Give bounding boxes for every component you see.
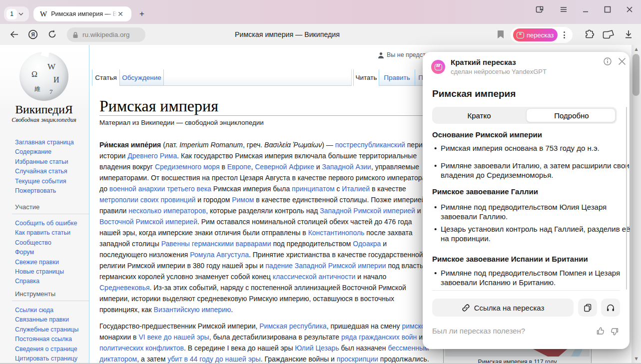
article-link[interactable]: Константинополь (308, 229, 365, 237)
link-to-summary-button[interactable]: Ссылка на пересказ (432, 299, 574, 317)
article-link[interactable]: VI веке до нашей эры (138, 333, 209, 341)
sidebar-link[interactable]: Как править статьи (15, 228, 88, 238)
wiki-tab-read[interactable]: Читать (353, 69, 379, 86)
page-title-omnibox[interactable]: Римская империя — Википедия (220, 30, 355, 38)
retell-capsule: “ пересказ (511, 27, 573, 43)
wikipedia-wordmark[interactable]: ВикипедиЯ (5, 103, 83, 116)
sidebar-link[interactable]: Связанные правки (15, 315, 88, 325)
article-text-line: Государство-предшественник Римской импер… (99, 321, 429, 332)
sidebar-link[interactable]: Сообщество (15, 238, 88, 248)
reload-icon[interactable] (47, 29, 57, 39)
sidebar-link[interactable]: Ссылки сюда (15, 306, 88, 315)
tab-counter[interactable]: 1 (4, 6, 29, 21)
back-icon[interactable] (9, 30, 19, 39)
sidebar-link[interactable]: Постоянная ссылка (15, 335, 88, 344)
maximize-icon[interactable] (604, 5, 612, 13)
sidebar-link[interactable]: Сведения о странице (15, 345, 88, 354)
article-link[interactable]: принципатом (292, 185, 334, 193)
article-link[interactable]: Восточной Римской империей (99, 218, 197, 226)
article-link[interactable]: Византийскую империю (154, 306, 231, 314)
article-text-line: западной столицы Равенны германскими вар… (99, 238, 430, 249)
article-link[interactable]: Юлий Цезарь (295, 344, 339, 352)
extensions-puzzle-icon[interactable] (584, 29, 595, 40)
summary-mode-switch: Кратко Подробно (432, 107, 617, 124)
sidebar-panels-icon[interactable] (603, 29, 615, 40)
minimize-icon[interactable] (582, 5, 590, 13)
panel-divider (432, 290, 620, 291)
article-text: нашей эры, когда имперские знаки отличия… (99, 229, 308, 237)
browser-tab[interactable]: W Римская империя — В ✕ (33, 6, 131, 21)
article-link[interactable]: Средиземного моря (155, 163, 220, 171)
article-link[interactable]: Западной Азии (322, 163, 371, 171)
tab-short[interactable]: Кратко (432, 107, 526, 124)
address-bar[interactable]: ru.wikipedia.org (67, 27, 145, 42)
sidebar-link[interactable]: Справка (15, 277, 88, 286)
sidebar-link[interactable]: Свежие правки (15, 258, 88, 267)
sidebar-link[interactable]: Служебные страницы (15, 325, 88, 335)
sidebar-link[interactable]: Пожертвовать (15, 186, 88, 196)
tab-detailed[interactable]: Подробно (526, 107, 617, 124)
panel-close-icon[interactable] (617, 56, 628, 67)
new-tab-button[interactable]: + (136, 8, 148, 20)
article-link[interactable]: Италией (342, 185, 370, 193)
headphones-icon (606, 303, 615, 312)
article-link[interactable]: Древнего Рима (127, 152, 177, 160)
article-link[interactable]: убит в 44 году до нашей эры (167, 355, 261, 363)
panel-scroll-indicator[interactable] (626, 107, 627, 290)
article-link[interactable]: классической античности (273, 273, 356, 281)
sidebar-link[interactable]: Сообщить об ошибке (15, 219, 88, 228)
article-link[interactable]: Западной Римской империей (320, 207, 415, 215)
article-link[interactable]: Средневековья (99, 284, 150, 292)
article-link[interactable]: военной анархии третьего века (109, 185, 211, 193)
more-options-icon[interactable] (564, 31, 565, 38)
thumbs-down-icon[interactable] (610, 327, 619, 336)
tab-close-icon[interactable]: ✕ (117, 10, 123, 18)
listen-button[interactable] (601, 299, 620, 317)
menu-icon[interactable] (560, 5, 568, 13)
sidebar-link[interactable]: Новые страницы (15, 267, 88, 277)
article-link[interactable]: метрополии своих провинций (99, 196, 195, 204)
article-link[interactable]: ряда гражданских войн (341, 333, 417, 341)
article-link[interactable]: проскрипции (337, 355, 378, 363)
sidebar-link[interactable]: Избранные статьи (15, 157, 88, 167)
article-text-line: Восточной Римской империей. Рим оставалс… (99, 216, 430, 227)
scrollbar-down-arrow[interactable]: ▼ (632, 357, 641, 361)
article-text: владения вокруг (99, 163, 155, 171)
panels-icon[interactable] (536, 5, 544, 13)
info-icon[interactable] (602, 56, 613, 67)
scrollbar-up-arrow[interactable]: ▲ (632, 47, 641, 51)
article-link[interactable]: Равенны германскими варварами (161, 240, 271, 248)
wiki-tab-edit[interactable]: Править (379, 69, 415, 86)
article-link[interactable]: несколько императоров (128, 207, 206, 215)
article-link[interactable]: Одоакра (353, 240, 381, 248)
download-icon[interactable] (624, 29, 633, 39)
article-link[interactable]: бессменным (388, 344, 429, 352)
sidebar-link[interactable]: Содержание (15, 147, 88, 157)
article-link[interactable]: политических конфликтов (99, 344, 184, 352)
article-link[interactable]: Европе (227, 163, 251, 171)
bookmark-icon[interactable] (497, 30, 504, 39)
retell-button[interactable]: “ пересказ (513, 28, 558, 41)
scrollbar-thumb[interactable] (633, 54, 640, 96)
link-button-label: Ссылка на пересказ (474, 304, 545, 312)
page-scrollbar[interactable]: ▲ ▼ (632, 45, 641, 363)
sidebar-link[interactable]: Форум (15, 248, 88, 257)
article-link[interactable]: диктатором (99, 355, 137, 363)
sidebar-link[interactable]: Заглавная страница (15, 138, 88, 147)
sidebar-link[interactable]: Текущие события (15, 177, 88, 186)
wiki-tab-article[interactable]: Статья (92, 69, 120, 86)
article-link[interactable]: постреспубликанский (335, 141, 405, 149)
article-link[interactable]: Ромула Августула (190, 251, 249, 259)
article-link[interactable]: Северной Африке (255, 163, 314, 171)
wikipedia-globe-logo[interactable]: Ω W И 7 維 (19, 52, 68, 101)
article-link[interactable]: Римом (232, 196, 254, 204)
sidebar-link[interactable]: Цитировать страницу (15, 354, 88, 363)
sidebar-link[interactable]: Случайная статья (15, 167, 88, 176)
wiki-tab-talk[interactable]: Обсуждение (120, 69, 164, 86)
thumbs-up-icon[interactable] (596, 327, 605, 336)
copy-button[interactable] (578, 299, 597, 317)
close-icon[interactable] (626, 5, 634, 13)
article-link[interactable]: падение Западной Римской империи (265, 262, 386, 270)
yandex-browser-icon[interactable]: Я (28, 29, 38, 39)
article-link[interactable]: Римская республика (259, 322, 326, 330)
